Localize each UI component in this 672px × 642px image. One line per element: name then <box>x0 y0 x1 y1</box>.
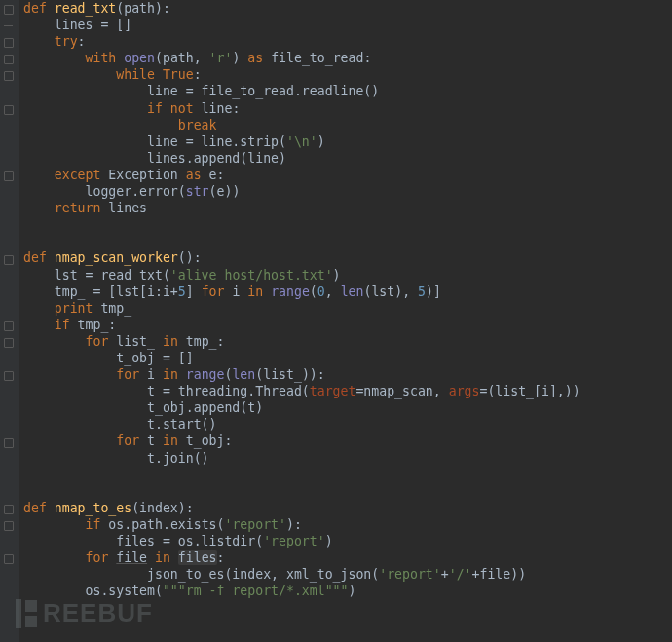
token-num: 5 <box>178 284 186 299</box>
fold-marker[interactable] <box>4 9 13 10</box>
token-txt: lines <box>108 201 147 215</box>
token-txt <box>23 51 86 65</box>
token-kw: break <box>178 118 217 132</box>
fold-marker[interactable] <box>4 175 13 176</box>
token-param: target <box>310 384 356 398</box>
code-line: logger.error(str(e)) <box>23 183 580 200</box>
token-txt <box>23 101 147 116</box>
token-txt: ) <box>333 268 341 283</box>
token-txt: file <box>116 550 147 565</box>
token-txt: =nmap_scan, <box>355 384 448 398</box>
token-num: 0 <box>317 284 325 299</box>
token-builtin: len <box>341 284 364 299</box>
token-str: 'alive_host/host.txt' <box>170 268 333 283</box>
token-kw: for <box>202 284 233 299</box>
token-txt: t.start() <box>23 417 217 432</box>
code-editor[interactable]: def read_txt(path): lines = [] try: with… <box>0 0 672 642</box>
fold-marker[interactable] <box>4 325 13 326</box>
token-str: 'r' <box>209 51 233 65</box>
token-txt: ) <box>317 134 325 149</box>
token-builtin: range <box>186 367 225 382</box>
token-txt: : <box>217 550 225 565</box>
code-line: t.join() <box>23 450 580 467</box>
gutter <box>0 0 19 642</box>
fold-marker[interactable] <box>4 75 13 76</box>
code-line: print tmp_ <box>23 300 580 317</box>
code-line: os.system("""rm -f report/*.xml""") <box>23 583 580 599</box>
token-txt: os.system( <box>23 584 163 598</box>
token-kw: if <box>86 517 109 532</box>
token-kw: def <box>23 501 55 515</box>
token-kw: def <box>23 1 55 16</box>
token-txt: lines.append(line) <box>23 151 286 166</box>
token-kw: in <box>163 434 186 448</box>
token-txt: t = threading.Thread( <box>23 384 310 398</box>
token-kw: in <box>247 284 271 299</box>
code-line: t = threading.Thread(target=nmap_scan, a… <box>23 383 580 399</box>
token-txt <box>23 168 55 182</box>
token-txt: lst = read_txt( <box>23 268 170 283</box>
token-txt <box>23 301 55 316</box>
token-txt <box>23 67 116 82</box>
code-line: if tmp_: <box>23 317 580 333</box>
code-line: lines.append(line) <box>23 150 580 167</box>
token-txt: ) <box>232 51 247 65</box>
fold-marker[interactable] <box>4 525 13 526</box>
fold-marker[interactable] <box>4 442 13 443</box>
token-param: args <box>449 384 480 398</box>
code-line <box>23 467 580 483</box>
token-kw: True <box>163 67 194 82</box>
code-line: json_to_es(index, xml_to_json('report'+'… <box>23 566 580 583</box>
token-txt: + <box>441 567 449 582</box>
code-line: for list_ in tmp_: <box>23 333 580 350</box>
fold-marker[interactable] <box>4 25 13 26</box>
token-txt <box>23 517 86 532</box>
token-txt <box>147 550 155 565</box>
token-kw: for <box>86 334 117 349</box>
code-line: break <box>23 117 580 133</box>
token-txt <box>23 34 55 49</box>
token-txt: line: <box>202 101 241 116</box>
token-txt: t_obj.append(t) <box>23 400 263 415</box>
code-line: def nmap_to_es(index): <box>23 500 580 516</box>
token-kw: in <box>155 550 178 565</box>
code-line: def nmap_scan_worker(): <box>23 249 580 266</box>
token-str: 'report' <box>224 517 286 532</box>
fold-marker[interactable] <box>4 558 13 559</box>
token-kw: for <box>116 367 147 382</box>
token-fn: read_txt <box>55 1 117 16</box>
token-txt: list_ <box>116 334 163 349</box>
fold-marker[interactable] <box>4 375 13 376</box>
token-kw: if <box>55 318 78 332</box>
code-line: t_obj.append(t) <box>23 399 580 416</box>
token-builtin: range <box>271 284 310 299</box>
watermark-logo: REEBUF <box>16 599 153 628</box>
token-txt: +file)) <box>472 567 527 582</box>
token-kw: as <box>247 51 271 65</box>
fold-marker[interactable] <box>4 109 13 110</box>
token-kw: if not <box>147 101 202 116</box>
fold-marker[interactable] <box>4 58 13 59</box>
token-txt <box>23 434 116 448</box>
code-line: if not line: <box>23 100 580 117</box>
token-txt: : <box>78 34 86 49</box>
token-builtin: str <box>186 184 209 199</box>
code-line <box>23 483 580 500</box>
token-txt: os.path.exists( <box>108 517 224 532</box>
token-txt: tmp_ = [lst[i:i+ <box>23 284 178 299</box>
code-line: line = line.strip('\n') <box>23 133 580 150</box>
token-txt: Exception <box>108 168 185 182</box>
code-area: def read_txt(path): lines = [] try: with… <box>23 0 580 616</box>
code-line: for file in files: <box>23 549 580 566</box>
code-line: lst = read_txt('alive_host/host.txt') <box>23 267 580 283</box>
fold-marker[interactable] <box>4 42 13 43</box>
code-line: try: <box>23 33 580 50</box>
token-txt <box>23 201 55 215</box>
token-kw: def <box>23 250 55 265</box>
fold-marker[interactable] <box>4 509 13 510</box>
code-line: tmp_ = [lst[i:i+5] for i in range(0, len… <box>23 283 580 300</box>
code-line: def read_txt(path): <box>23 0 580 17</box>
fold-marker[interactable] <box>4 342 13 343</box>
fold-marker[interactable] <box>4 259 13 260</box>
code-line: t_obj = [] <box>23 350 580 366</box>
